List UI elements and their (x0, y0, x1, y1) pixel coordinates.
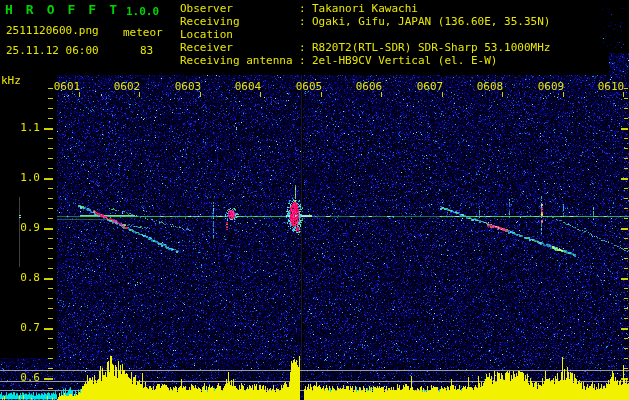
info-colon: : (299, 54, 312, 67)
info-row-receiver: Receiver:R820T2(RTL-SDR) SDR-Sharp 53.10… (180, 41, 550, 54)
y-axis-unit-label: kHz (1, 75, 21, 86)
output-filename: 2511120600.png (6, 25, 99, 36)
info-label: Receiving antenna (180, 54, 299, 67)
info-label: Receiver (180, 41, 299, 54)
freq-tick-label: 0.9 (10, 222, 40, 233)
time-tick-label: 0603 (169, 81, 207, 92)
app-version: 1.0.0 (126, 6, 159, 17)
station-info: Observer:Takanori Kawachi Receiving Loca… (180, 2, 550, 67)
time-tick-label: 0606 (350, 81, 388, 92)
freq-tick-label: 1.1 (10, 122, 40, 133)
info-label: Receiving Location (180, 15, 299, 41)
hrofft-window: HROFFT 1.0.0 2511120600.png meteor 25.11… (0, 0, 629, 400)
app-title: HROFFT (5, 4, 130, 15)
info-value: Takanori Kawachi (312, 2, 418, 15)
info-label: Observer (180, 2, 299, 15)
freq-tick-label: 0.6 (10, 372, 40, 383)
time-tick-label: 0602 (108, 81, 146, 92)
info-value: 2el-HB9CV Vertical (el. E-W) (312, 54, 497, 67)
info-colon: : (299, 2, 312, 15)
info-value: R820T2(RTL-SDR) SDR-Sharp 53.1000MHz (312, 41, 550, 54)
freq-tick-label: 0.8 (10, 272, 40, 283)
mode-label: meteor (123, 27, 163, 38)
info-row-antenna: Receiving antenna:2el-HB9CV Vertical (el… (180, 54, 550, 67)
time-tick-label: 0605 (290, 81, 328, 92)
info-colon: : (299, 41, 312, 54)
info-colon: : (299, 15, 312, 41)
time-tick-label: 0609 (532, 81, 570, 92)
time-tick-label: 0608 (471, 81, 509, 92)
timestamp: 25.11.12 06:00 (6, 45, 99, 56)
info-row-location: Receiving Location:Ogaki, Gifu, JAPAN (1… (180, 15, 550, 41)
time-tick-label: 0604 (229, 81, 267, 92)
echo-count: 83 (140, 45, 153, 56)
time-tick-label: 0607 (411, 81, 449, 92)
info-row-observer: Observer:Takanori Kawachi (180, 2, 550, 15)
freq-tick-label: 0.7 (10, 322, 40, 333)
time-tick-label: 0610 (592, 81, 629, 92)
info-value: Ogaki, Gifu, JAPAN (136.60E, 35.35N) (312, 15, 550, 41)
freq-tick-label: 1.0 (10, 172, 40, 183)
time-tick-label: 0601 (48, 81, 86, 92)
